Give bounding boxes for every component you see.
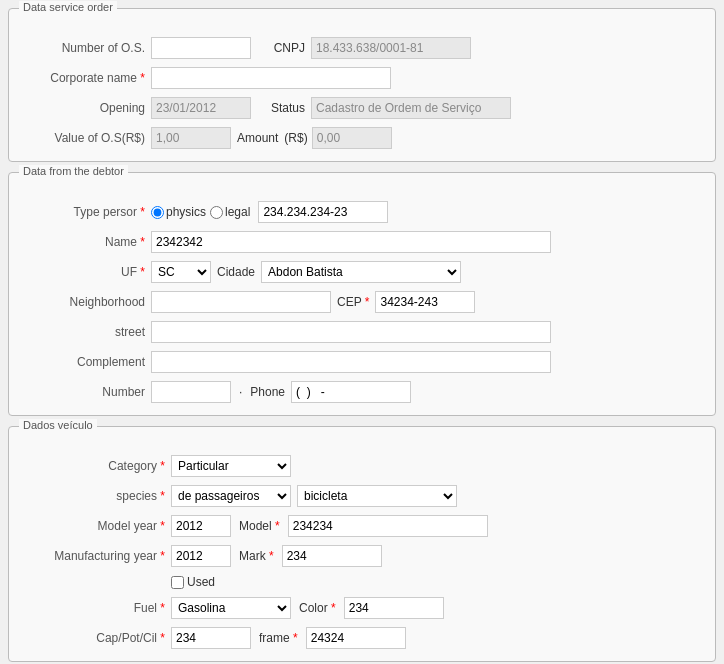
radio-legal-label[interactable]: legal [210, 205, 250, 219]
used-row: Used [21, 575, 703, 589]
category-label: Category * [21, 459, 171, 473]
page-wrapper: Data service order Number of O.S. CNPJ C… [0, 0, 724, 664]
value-os-label: Value of O.S(R$) [21, 131, 151, 145]
used-checkbox[interactable] [171, 576, 184, 589]
mfgyear-row: Manufacturing year * Mark * [21, 545, 703, 567]
fuel-select[interactable]: Gasolina [171, 597, 291, 619]
os-label: Number of O.S. [21, 41, 151, 55]
number-label: Number [21, 385, 151, 399]
service-order-title: Data service order [19, 1, 117, 13]
cnpj-label: CNPJ [251, 41, 311, 55]
cap-label: Cap/Pot/Cil * [21, 631, 171, 645]
category-row: Category * Particular [21, 455, 703, 477]
fuel-row: Fuel * Gasolina Color * [21, 597, 703, 619]
phone-label: Phone [250, 385, 291, 399]
model-label: Model * [231, 519, 288, 533]
uf-select[interactable]: SC [151, 261, 211, 283]
debtor-section: Data from the debtor Type persor * physi… [8, 172, 716, 416]
radio-physics[interactable] [151, 206, 164, 219]
phone-input[interactable] [291, 381, 411, 403]
mark-label: Mark * [231, 549, 282, 563]
uf-label: UF * [21, 265, 151, 279]
color-input[interactable] [344, 597, 444, 619]
number-phone-row: Number · Phone [21, 381, 703, 403]
cap-input[interactable] [171, 627, 251, 649]
number-input[interactable] [151, 381, 231, 403]
service-order-section: Data service order Number of O.S. CNPJ C… [8, 8, 716, 162]
name-input[interactable] [151, 231, 551, 253]
amount-unit: (R$) [284, 131, 311, 145]
opening-row: Opening Status [21, 97, 703, 119]
corporate-row: Corporate name * [21, 67, 703, 89]
modelyear-row: Model year * Model * [21, 515, 703, 537]
corporate-label: Corporate name * [21, 71, 151, 85]
type-radio-group: physics legal [151, 205, 250, 219]
species-label: species * [21, 489, 171, 503]
complement-row: Complement [21, 351, 703, 373]
debtor-title: Data from the debtor [19, 165, 128, 177]
os-row: Number of O.S. CNPJ [21, 37, 703, 59]
neighborhood-row: Neighborhood CEP * [21, 291, 703, 313]
street-input[interactable] [151, 321, 551, 343]
corporate-input[interactable] [151, 67, 391, 89]
complement-label: Complement [21, 355, 151, 369]
street-row: street [21, 321, 703, 343]
species-select[interactable]: de passageiros [171, 485, 291, 507]
name-row: Name * [21, 231, 703, 253]
cap-frame-row: Cap/Pot/Cil * frame * [21, 627, 703, 649]
cpf-input[interactable] [258, 201, 388, 223]
used-label[interactable]: Used [171, 575, 215, 589]
radio-legal[interactable] [210, 206, 223, 219]
status-input[interactable] [311, 97, 511, 119]
type-row: Type persor * physics legal [21, 201, 703, 223]
value-os-input[interactable] [151, 127, 231, 149]
opening-input[interactable] [151, 97, 251, 119]
frame-label: frame * [251, 631, 306, 645]
name-label: Name * [21, 235, 151, 249]
amount-input[interactable] [312, 127, 392, 149]
opening-label: Opening [21, 101, 151, 115]
mfg-year-input[interactable] [171, 545, 231, 567]
fuel-label: Fuel * [21, 601, 171, 615]
value-row: Value of O.S(R$) Amount (R$) [21, 127, 703, 149]
mark-input[interactable] [282, 545, 382, 567]
neighborhood-label: Neighborhood [21, 295, 151, 309]
species2-select[interactable]: bicicleta [297, 485, 457, 507]
model-year-input[interactable] [171, 515, 231, 537]
cidade-select[interactable]: Abdon Batista [261, 261, 461, 283]
status-label: Status [251, 101, 311, 115]
model-input[interactable] [288, 515, 488, 537]
color-label: Color * [291, 601, 344, 615]
neighborhood-input[interactable] [151, 291, 331, 313]
phone-separator: · [231, 385, 250, 399]
species-row: species * de passageiros bicicleta [21, 485, 703, 507]
uf-cidade-row: UF * SC Cidade Abdon Batista [21, 261, 703, 283]
radio-physics-label[interactable]: physics [151, 205, 206, 219]
cnpj-input[interactable] [311, 37, 471, 59]
category-select[interactable]: Particular [171, 455, 291, 477]
street-label: street [21, 325, 151, 339]
type-label: Type persor * [21, 205, 151, 219]
cidade-label: Cidade [211, 265, 261, 279]
mfg-year-label: Manufacturing year * [21, 549, 171, 563]
os-input[interactable] [151, 37, 251, 59]
cep-label: CEP * [331, 295, 375, 309]
cep-input[interactable] [375, 291, 475, 313]
amount-label: Amount [231, 131, 284, 145]
model-year-label: Model year * [21, 519, 171, 533]
vehicle-section: Dados veículo Category * Particular spec… [8, 426, 716, 662]
frame-input[interactable] [306, 627, 406, 649]
vehicle-title: Dados veículo [19, 419, 97, 431]
complement-input[interactable] [151, 351, 551, 373]
